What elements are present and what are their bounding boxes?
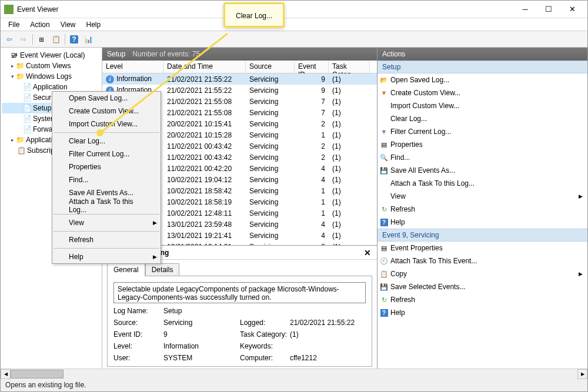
app-icon: [4, 5, 14, 14]
properties-icon: ▤: [380, 244, 388, 252]
filter-icon: ▼: [380, 128, 388, 136]
event-message: Selectable update LegacyComponents of pa…: [113, 282, 366, 303]
view-button[interactable]: 📊: [82, 33, 95, 46]
tree-root[interactable]: 🖳Event Viewer (Local): [2, 50, 101, 61]
annotation-dot: [96, 129, 103, 136]
lbl-keywords: Keywords:: [240, 342, 290, 350]
context-menu: Open Saved Log... Create Custom View... …: [52, 91, 161, 264]
info-icon: i: [106, 75, 114, 83]
clock-icon: 🕘: [380, 257, 388, 265]
action-view[interactable]: View▶: [377, 190, 587, 203]
scroll-left-button[interactable]: ◀: [1, 369, 11, 379]
forward-button[interactable]: ⇨: [17, 33, 30, 46]
log-header: Setup Number of events: 75: [102, 48, 377, 61]
action-copy[interactable]: 📋Copy▶: [377, 267, 587, 280]
col-taskcat[interactable]: Task Categ...: [329, 61, 370, 73]
val-user: SYSTEM: [163, 354, 240, 362]
ctx-view[interactable]: View▶: [52, 216, 161, 229]
val-logname: Setup: [163, 307, 240, 315]
lbl-user: User:: [113, 354, 163, 362]
lbl-logname: Log Name:: [113, 307, 163, 315]
action-save-all-events[interactable]: 💾Save All Events As...: [377, 164, 587, 177]
scroll-right-button[interactable]: ▶: [577, 369, 587, 379]
grid-header: Level Date and Time Source Event ID Task…: [102, 61, 377, 73]
action-import-custom-view[interactable]: Import Custom View...: [377, 99, 587, 112]
action-attach-task[interactable]: Attach a Task To this Log...: [377, 177, 587, 190]
action-refresh[interactable]: ↻Refresh: [377, 203, 587, 216]
menu-help[interactable]: Help: [82, 19, 105, 30]
folder-open-icon: 📂: [380, 76, 388, 84]
lbl-level: Level:: [113, 342, 163, 350]
ctx-filter-log[interactable]: Filter Current Log...: [52, 148, 161, 160]
save-icon: 💾: [380, 283, 388, 291]
action-help2[interactable]: ?Help: [377, 306, 587, 319]
toolbar: ⇦ ⇨ 🗉 📋 ? 📊: [1, 31, 587, 48]
save-icon: 💾: [380, 166, 388, 175]
ctx-create-custom-view[interactable]: Create Custom View...: [52, 105, 161, 118]
status-text: Opens an existing log file.: [5, 381, 86, 389]
back-button[interactable]: ⇦: [3, 33, 16, 46]
actions-header: Actions: [377, 48, 587, 61]
actions-section-setup: Setup: [377, 61, 587, 73]
help-button[interactable]: ?: [68, 33, 81, 46]
chevron-right-icon: ▶: [153, 220, 157, 226]
action-find[interactable]: 🔍Find...: [377, 151, 587, 164]
action-create-custom-view[interactable]: ▼Create Custom View...: [377, 86, 587, 99]
val-computer: cffe1212: [290, 354, 317, 362]
action-filter-log[interactable]: ▼Filter Current Log...: [377, 125, 587, 138]
ctx-help[interactable]: Help▶: [52, 250, 161, 263]
action-open-saved-log[interactable]: 📂Open Saved Log...: [377, 73, 587, 86]
col-source[interactable]: Source: [246, 61, 295, 73]
chevron-right-icon: ▶: [579, 193, 583, 199]
action-properties[interactable]: ▤Properties: [377, 138, 587, 151]
action-event-properties[interactable]: ▤Event Properties: [377, 242, 587, 254]
menu-view[interactable]: View: [56, 19, 80, 30]
show-tree-button[interactable]: 🗉: [35, 33, 48, 46]
ctx-clear-log[interactable]: Clear Log...: [52, 135, 161, 148]
callout-highlight: Clear Log...: [223, 2, 285, 28]
detail-close-button[interactable]: ✕: [364, 248, 371, 257]
col-level[interactable]: Level: [102, 61, 163, 73]
col-eventid[interactable]: Event ID: [295, 61, 329, 73]
action-refresh2[interactable]: ↻Refresh: [377, 293, 587, 306]
val-eventid: 9: [163, 330, 240, 339]
lbl-taskcat: Task Category:: [240, 330, 290, 339]
chevron-right-icon: ▶: [153, 254, 157, 260]
action-clear-log[interactable]: Clear Log...: [377, 112, 587, 125]
ctx-refresh[interactable]: Refresh: [52, 233, 161, 246]
action-attach-task-event[interactable]: 🕘Attach Task To This Event...: [377, 254, 587, 267]
help-icon: ?: [380, 309, 388, 317]
lbl-computer: Computer:: [240, 354, 290, 362]
val-taskcat: (1): [290, 330, 299, 339]
scrollbar-thumb[interactable]: [11, 370, 64, 378]
ctx-attach-task[interactable]: Attach a Task To this Log...: [52, 199, 161, 212]
tab-general[interactable]: General: [107, 263, 145, 276]
copy-icon: 📋: [380, 270, 388, 278]
lbl-eventid: Event ID:: [113, 330, 163, 339]
ctx-find[interactable]: Find...: [52, 173, 161, 186]
tab-content: Selectable update LegacyComponents of pa…: [107, 276, 372, 367]
maximize-button[interactable]: ☐: [537, 2, 560, 16]
val-logged: 21/02/2021 21:55:22: [290, 319, 355, 327]
refresh-icon: ↻: [380, 296, 388, 304]
properties-button[interactable]: 📋: [49, 33, 62, 46]
menu-action[interactable]: Action: [26, 19, 54, 30]
callout-text: Clear Log...: [236, 12, 272, 20]
action-save-selected[interactable]: 💾Save Selected Events...: [377, 280, 587, 293]
properties-icon: ▤: [380, 140, 388, 149]
action-help[interactable]: ?Help: [377, 216, 587, 229]
status-bar: Opens an existing log file.: [1, 378, 587, 391]
val-source: Servicing: [163, 319, 240, 327]
horizontal-scrollbar[interactable]: ◀ ▶: [1, 368, 587, 378]
tab-details[interactable]: Details: [145, 263, 180, 276]
tree-custom-views[interactable]: ▸📁Custom Views: [2, 61, 101, 71]
minimize-button[interactable]: ─: [513, 2, 537, 16]
close-button[interactable]: ✕: [560, 2, 584, 16]
lbl-logged: Logged:: [240, 319, 290, 327]
col-datetime[interactable]: Date and Time: [163, 61, 246, 73]
menu-file[interactable]: File: [4, 19, 24, 30]
table-row[interactable]: iInformation21/02/2021 21:55:22Servicing…: [102, 73, 377, 85]
event-count: Number of events: 75: [132, 50, 200, 58]
ctx-properties[interactable]: Properties: [52, 160, 161, 173]
tree-windows-logs[interactable]: ▾📁Windows Logs: [2, 71, 101, 82]
